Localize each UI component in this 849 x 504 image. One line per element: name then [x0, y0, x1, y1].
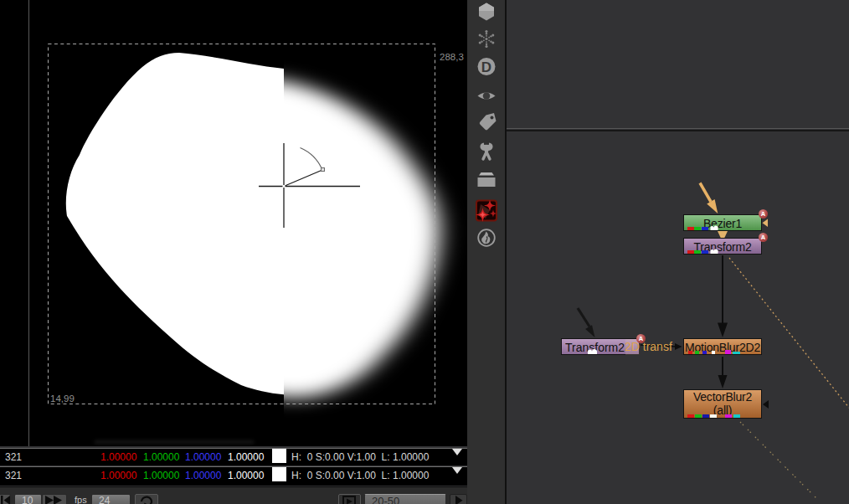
- svg-text:D: D: [481, 59, 491, 75]
- svg-text:fps: fps: [75, 495, 87, 504]
